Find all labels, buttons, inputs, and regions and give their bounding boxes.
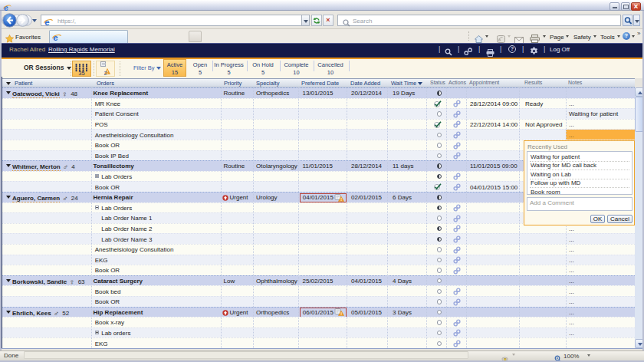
- svg-text:e: e: [44, 18, 49, 27]
- svg-text:e: e: [53, 33, 58, 42]
